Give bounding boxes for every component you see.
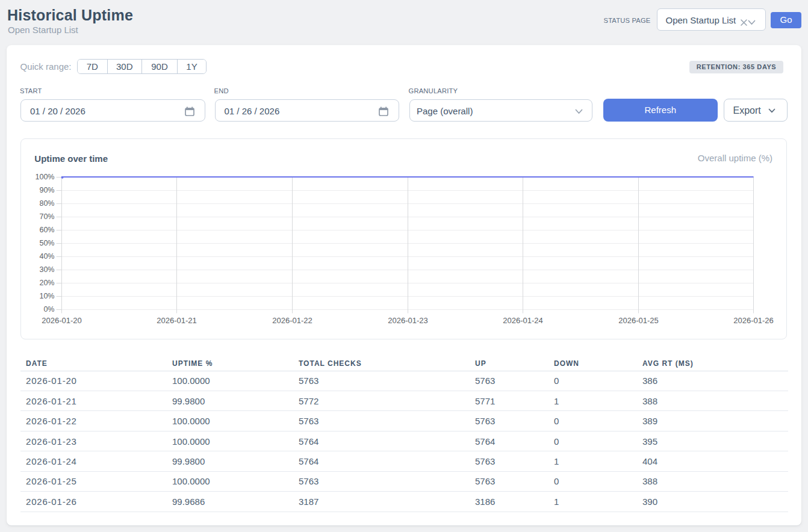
svg-text:0%: 0% (43, 305, 54, 314)
svg-text:2026-01-20: 2026-01-20 (42, 316, 82, 325)
svg-text:90%: 90% (39, 186, 54, 194)
svg-text:100%: 100% (36, 173, 55, 181)
svg-text:2026-01-23: 2026-01-23 (388, 316, 428, 325)
svg-text:60%: 60% (39, 226, 54, 234)
svg-text:2026-01-26: 2026-01-26 (733, 316, 774, 325)
svg-text:10%: 10% (39, 292, 54, 300)
svg-text:2026-01-25: 2026-01-25 (618, 316, 659, 325)
svg-text:2026-01-22: 2026-01-22 (272, 316, 312, 325)
svg-text:70%: 70% (39, 212, 54, 221)
svg-text:30%: 30% (39, 265, 54, 274)
svg-text:2026-01-24: 2026-01-24 (503, 316, 543, 325)
svg-text:2026-01-21: 2026-01-21 (157, 316, 197, 325)
svg-text:80%: 80% (39, 199, 54, 208)
svg-text:50%: 50% (39, 239, 54, 247)
svg-text:20%: 20% (39, 279, 54, 287)
svg-text:40%: 40% (39, 252, 54, 261)
